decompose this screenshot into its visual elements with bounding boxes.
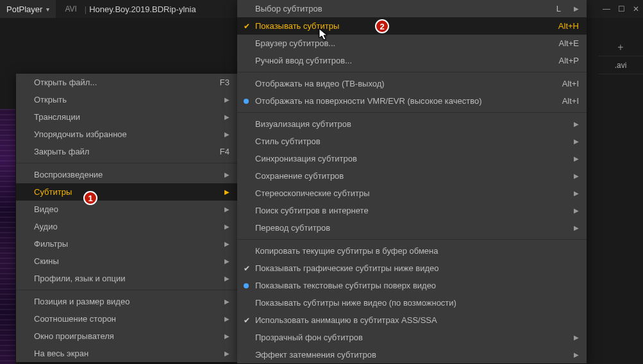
app-menu-button[interactable]: PotPlayer ▾ — [0, 0, 56, 18]
submenu-item-sync[interactable]: Синхронизация субтитров▶ — [237, 150, 587, 167]
submenu-item-transparent-bg[interactable]: Прозрачный фон субтитров▶ — [237, 329, 587, 346]
annotation-badge-2: 2 — [375, 19, 389, 33]
menu-item-position-size[interactable]: Позиция и размер видео▶ — [16, 293, 237, 310]
app-name: PotPlayer — [6, 4, 42, 14]
submenu-arrow-icon: ▶ — [224, 350, 230, 357]
submenu-item-show-below-possible[interactable]: Показывать субтитры ниже видео (по возмо… — [237, 294, 587, 311]
playlist-tabs: + .avi — [598, 38, 643, 74]
close-button[interactable]: ✕ — [633, 4, 639, 13]
menu-item-close-file[interactable]: Закрыть файлF4 — [16, 143, 237, 160]
submenu-arrow-icon: ▶ — [574, 207, 579, 214]
submenu-arrow-icon: ▶ — [574, 138, 579, 145]
format-badge: AVI — [65, 4, 76, 13]
radio-icon — [244, 99, 249, 104]
main-context-menu: Открыть файл...F3 Открыть▶ Трансляции▶ У… — [16, 74, 237, 362]
submenu-arrow-icon: ▶ — [224, 258, 230, 265]
check-icon: ✔ — [242, 22, 251, 31]
menu-separator — [237, 239, 587, 240]
submenu-item-save[interactable]: Сохранение субтитров▶ — [237, 167, 587, 185]
menu-item-audio[interactable]: Аудио▶ — [16, 218, 237, 235]
submenu-arrow-icon: ▶ — [224, 298, 230, 305]
menu-separator — [237, 72, 587, 72]
submenu-arrow-icon: ▶ — [574, 224, 579, 231]
submenu-arrow-icon: ▶ — [224, 206, 230, 213]
submenu-arrow-icon: ▶ — [224, 240, 230, 247]
submenu-arrow-icon: ▶ — [574, 190, 579, 197]
submenu-item-style[interactable]: Стиль субтитров▶ — [237, 133, 587, 150]
menu-item-video[interactable]: Видео▶ — [16, 201, 237, 218]
maximize-button[interactable]: ☐ — [618, 4, 625, 13]
annotation-badge-1: 1 — [83, 191, 97, 205]
menu-item-filters[interactable]: Фильтры▶ — [16, 235, 237, 252]
title-separator: | — [85, 4, 87, 14]
menu-item-open-file[interactable]: Открыть файл...F3 — [16, 74, 237, 91]
submenu-item-visualization[interactable]: Визуализация субтитров▶ — [237, 115, 587, 133]
submenu-item-display-on-video[interactable]: Отображать на видео (ТВ-выход)Alt+I — [237, 75, 587, 92]
submenu-arrow-icon: ▶ — [224, 113, 230, 120]
submenu-arrow-icon: ▶ — [574, 334, 579, 341]
minimize-button[interactable]: — — [603, 4, 610, 13]
submenu-item-search-online[interactable]: Поиск субтитров в интернете▶ — [237, 202, 587, 219]
radio-icon — [244, 283, 249, 288]
menu-item-favorites[interactable]: Упорядочить избранное▶ — [16, 126, 237, 143]
submenu-item-ass-animation[interactable]: ✔Использовать анимацию в субтитрах ASS/S… — [237, 311, 587, 329]
menu-item-playback[interactable]: Воспроизведение▶ — [16, 166, 237, 183]
menu-item-aspect-ratio[interactable]: Соотношение сторон▶ — [16, 310, 237, 327]
subtitles-submenu: Выбор субтитровL▶ ✔Показывать субтитрыAl… — [237, 0, 587, 363]
submenu-arrow-icon: ▶ — [224, 171, 230, 178]
submenu-arrow-icon: ▶ — [224, 275, 230, 282]
submenu-arrow-icon: ▶ — [574, 120, 579, 128]
submenu-arrow-icon: ▶ — [224, 96, 230, 103]
menu-item-open[interactable]: Открыть▶ — [16, 91, 237, 108]
submenu-item-stereo[interactable]: Стереоскопические субтитры▶ — [237, 185, 587, 202]
submenu-arrow-icon: ▶ — [224, 131, 230, 138]
submenu-arrow-icon: ▶ — [574, 5, 579, 12]
submenu-arrow-icon: ▶ — [574, 351, 579, 358]
submenu-item-show-subs[interactable]: ✔Показывать субтитрыAlt+H — [237, 17, 587, 35]
menu-item-skins[interactable]: Скины▶ — [16, 252, 237, 270]
submenu-item-copy-clipboard[interactable]: Копировать текущие субтитры в буфер обме… — [237, 242, 587, 260]
check-icon: ✔ — [242, 316, 251, 325]
submenu-item-display-vmr[interactable]: Отображать на поверхности VMR/EVR (высок… — [237, 92, 587, 110]
submenu-arrow-icon: ▶ — [574, 172, 579, 179]
window-controls: — ☐ ✕ — [603, 0, 639, 18]
menu-item-player-window[interactable]: Окно проигрывателя▶ — [16, 327, 237, 345]
submenu-item-sub-browser[interactable]: Браузер субтитров...Alt+E — [237, 35, 587, 52]
submenu-arrow-icon: ▶ — [224, 315, 230, 322]
submenu-item-manual-sub[interactable]: Ручной ввод субтитров...Alt+P — [237, 52, 587, 69]
menu-item-subtitles[interactable]: Субтитры▶ — [16, 183, 237, 201]
submenu-item-show-graphic-below[interactable]: ✔Показывать графические субтитры ниже ви… — [237, 260, 587, 277]
menu-separator — [237, 112, 587, 113]
chevron-down-icon: ▾ — [46, 6, 49, 13]
check-icon: ✔ — [242, 264, 251, 273]
submenu-arrow-icon: ▶ — [224, 188, 230, 195]
file-title: Honey.Boy.2019.BDRip-ylnia — [89, 4, 196, 14]
submenu-arrow-icon: ▶ — [574, 155, 579, 162]
submenu-arrow-icon: ▶ — [224, 333, 230, 340]
submenu-arrow-icon: ▶ — [224, 223, 230, 230]
submenu-item-show-text-over[interactable]: Показывать текстовые субтитры поверх вид… — [237, 277, 587, 294]
submenu-item-select-subs[interactable]: Выбор субтитровL▶ — [237, 0, 587, 17]
submenu-item-dim-effect[interactable]: Эффект затемнения субтитров▶ — [237, 346, 587, 363]
menu-item-profiles[interactable]: Профили, язык и опции▶ — [16, 270, 237, 287]
menu-item-fullscreen[interactable]: На весь экран▶ — [16, 345, 237, 362]
menu-separator — [16, 290, 237, 290]
submenu-item-translate[interactable]: Перевод субтитров▶ — [237, 219, 587, 236]
add-tab-button[interactable]: + — [598, 38, 643, 56]
menu-item-streams[interactable]: Трансляции▶ — [16, 108, 237, 126]
playlist-tab[interactable]: .avi — [598, 56, 643, 74]
menu-separator — [16, 163, 237, 163]
video-area — [0, 109, 15, 364]
